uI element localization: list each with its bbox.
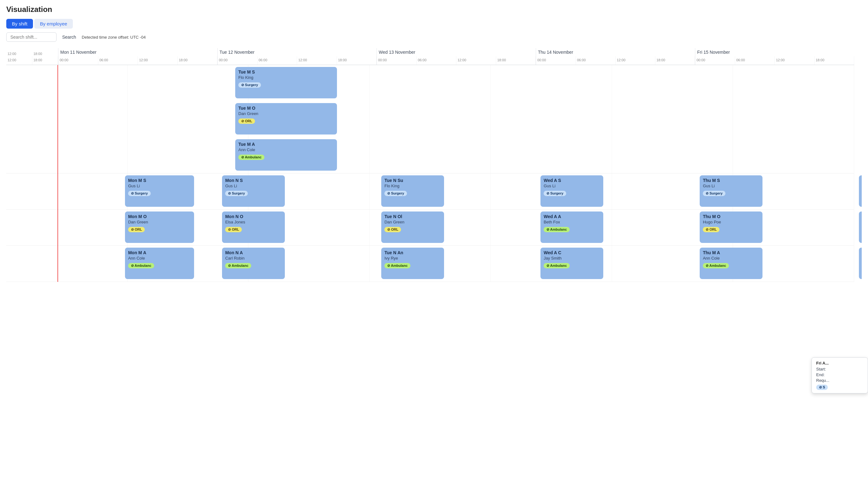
badge-ambulance: ⊘ Ambulanc — [128, 263, 154, 268]
time-tue: 00:00 06:00 12:00 18:00 — [217, 56, 377, 65]
shift-card-tue-ns[interactable]: Tue N Su Flo King ⊘ Surgery — [381, 175, 444, 207]
badge-ambulance: ⊘ Ambulanc — [225, 263, 251, 268]
tab-by-employee[interactable]: By employee — [34, 19, 73, 28]
shift-card-tue-ma[interactable]: Tue M A Ann Cole ⊘ Ambulanc — [235, 139, 337, 171]
search-row: Search Detected time zone offset: UTC -0… — [6, 32, 862, 42]
badge-surgery: ⊘ Surgery — [703, 191, 726, 196]
day-cols: Mon 11 November Tue 12 November Wed 13 N… — [58, 48, 854, 56]
search-input[interactable] — [6, 32, 57, 42]
shift-card-mon-ma[interactable]: Mon M A Ann Cole ⊘ Ambulanc — [125, 248, 194, 279]
pre-time-1: 12:00 — [6, 52, 32, 56]
day-header-tue: Tue 12 November — [217, 48, 377, 56]
shift-card-wed-aa[interactable]: Wed A A Beth Fox ⊘ Ambulanc — [540, 211, 603, 243]
search-button[interactable]: Search — [60, 33, 79, 41]
shift-card-mon-mo[interactable]: Mon M O Dan Green ⊘ ORL — [125, 211, 194, 243]
time-fri: 00:00 06:00 12:00 18:00 — [695, 56, 854, 65]
shift-card-thu-no[interactable]: Thu N O Elsa Jones ⊘ ORL — [859, 211, 862, 243]
shift-row-1: Mon M S Gus Li ⊘ Surgery Mon N S Gus Li … — [6, 173, 854, 210]
shift-card-mon-na[interactable]: Mon N A Carl Robin ⊘ Ambulanc — [222, 248, 285, 279]
badge-surgery: ⊘ Surgery — [384, 191, 407, 196]
shift-card-tue-nan[interactable]: Tue N An Ivy Rye ⊘ Ambulanc — [381, 248, 444, 279]
shift-card-tue-nol[interactable]: Tue N Ol Dan Green ⊘ ORL — [381, 211, 444, 243]
badge-surgery: ⊘ Surgery — [238, 82, 261, 88]
day-header-wed: Wed 13 November — [377, 48, 536, 56]
shift-card-mon-ms[interactable]: Mon M S Gus Li ⊘ Surgery — [125, 175, 194, 207]
badge-surgery: ⊘ Surgery — [544, 191, 566, 196]
day-header-mon: Mon 11 November — [58, 48, 217, 56]
rows-area: Tue M S Flo King ⊘ Surgery Tue M O Dan G… — [6, 65, 854, 282]
tz-label: Detected time zone offset: UTC -04 — [82, 35, 146, 40]
days-header-row: 12:00 18:00 Mon 11 November Tue 12 Novem… — [6, 45, 854, 56]
shift-card-mon-no[interactable]: Mon N O Elsa Jones ⊘ ORL — [222, 211, 285, 243]
badge-ambulance: ⊘ Ambulanc — [384, 263, 411, 268]
pre-tick-1200: 12:00 — [6, 56, 32, 65]
badge-orl: ⊘ ORL — [384, 227, 401, 232]
shift-card-thu-na[interactable]: Thu N A Carl Robin ⊘ Ambulanc — [859, 248, 862, 279]
time-mon: 00:00 06:00 12:00 18:00 — [58, 56, 217, 65]
time-thu: 00:00 06:00 12:00 18:00 — [536, 56, 695, 65]
shift-row-3: Mon M A Ann Cole ⊘ Ambulanc Mon N A Carl… — [6, 246, 854, 282]
time-wed: 00:00 06:00 12:00 18:00 — [377, 56, 536, 65]
tab-bar: By shift By employee — [6, 19, 862, 28]
badge-orl: ⊘ ORL — [703, 227, 719, 232]
badge-orl: ⊘ ORL — [225, 227, 242, 232]
badge-surgery: ⊘ Surgery — [128, 191, 151, 196]
page-title: Visualization — [6, 5, 862, 14]
shift-row-2: Mon M O Dan Green ⊘ ORL Mon N O Elsa Jon… — [6, 210, 854, 246]
time-labels-row: 12:00 18:00 00:00 06:00 12:00 18:00 00:0… — [6, 56, 854, 65]
calendar-scroll[interactable]: 12:00 18:00 Mon 11 November Tue 12 Novem… — [6, 45, 862, 282]
badge-surgery: ⊘ Surgery — [225, 191, 248, 196]
badge-orl: ⊘ ORL — [238, 118, 255, 124]
badge-ambulance: ⊘ Ambulanc — [544, 263, 570, 268]
day-header-fri: Fri 15 November — [695, 48, 854, 56]
pre-tick-1800: 18:00 — [32, 56, 58, 65]
badge-ambulance: ⊘ Ambulanc — [544, 227, 570, 232]
badge-ambulance: ⊘ Ambulanc — [238, 155, 264, 160]
shift-card-wed-as[interactable]: Wed A S Gus Li ⊘ Surgery — [540, 175, 603, 207]
shift-card-tue-ms[interactable]: Tue M S Flo King ⊘ Surgery — [235, 67, 337, 98]
day-header-thu: Thu 14 November — [536, 48, 695, 56]
badge-ambulance: ⊘ Ambulanc — [703, 263, 729, 268]
shift-card-wed-ac[interactable]: Wed A C Jay Smith ⊘ Ambulanc — [540, 248, 603, 279]
shift-card-thu-mo[interactable]: Thu M O Hugo Poe ⊘ ORL — [700, 211, 763, 243]
current-time-line — [57, 65, 58, 282]
shift-card-thu-ns[interactable]: Thu N S Flo King ⊘ Surgery — [859, 175, 862, 207]
shift-card-thu-ms[interactable]: Thu M S Gus Li ⊘ Surgery — [700, 175, 763, 207]
shift-card-mon-ns[interactable]: Mon N S Gus Li ⊘ Surgery — [222, 175, 285, 207]
pre-time-2: 18:00 — [32, 52, 58, 56]
shift-card-tue-mo[interactable]: Tue M O Dan Green ⊘ ORL — [235, 103, 337, 134]
badge-orl: ⊘ ORL — [128, 227, 145, 232]
tab-by-shift[interactable]: By shift — [6, 19, 33, 28]
row-bg-0 — [6, 65, 854, 173]
calendar-grid: 12:00 18:00 Mon 11 November Tue 12 Novem… — [6, 45, 854, 282]
page: Visualization By shift By employee Searc… — [0, 0, 868, 287]
shift-row-0: Tue M S Flo King ⊘ Surgery Tue M O Dan G… — [6, 65, 854, 173]
shift-card-thu-ma[interactable]: Thu M A Ann Cole ⊘ Ambulanc — [700, 248, 763, 279]
